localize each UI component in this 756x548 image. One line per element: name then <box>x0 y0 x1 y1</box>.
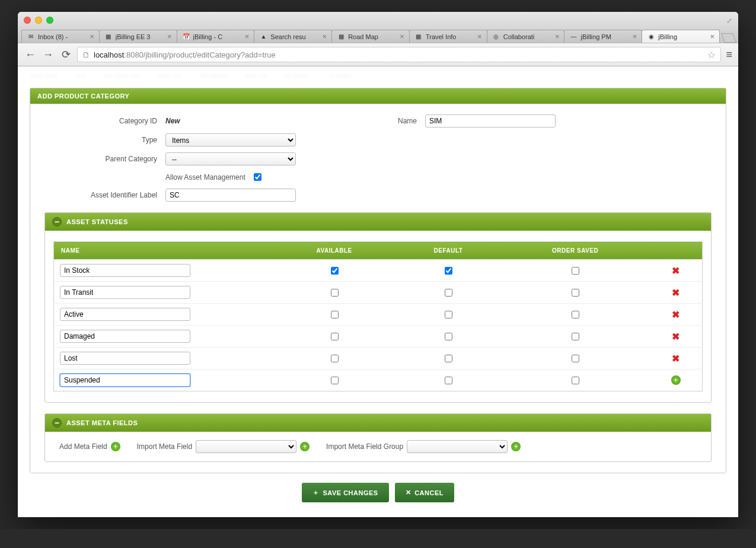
save-label: SAVE CHANGES <box>323 489 378 496</box>
add-status-button[interactable]: + <box>671 375 681 385</box>
status-default-checkbox[interactable] <box>445 333 452 340</box>
tab-close-icon[interactable]: × <box>633 32 637 41</box>
tab-favicon-icon: ▦ <box>104 33 113 41</box>
status-order-saved-checkbox[interactable] <box>572 289 579 297</box>
asset-meta-fields-panel: − ASSET META FIELDS Add Meta Field + Imp… <box>44 413 712 462</box>
tab-close-icon[interactable]: × <box>90 32 94 41</box>
asset-identifier-label: Asset Identifier Label <box>44 191 157 199</box>
status-available-checkbox[interactable] <box>331 377 339 384</box>
import-meta-field-group-button[interactable]: + <box>511 442 521 451</box>
breadcrumb: ------ --------------- ------- ---------… <box>30 66 726 83</box>
status-name-input[interactable] <box>60 330 190 343</box>
delete-status-button[interactable]: ✖ <box>672 353 680 364</box>
browser-tab[interactable]: ▦Travel Info× <box>409 30 487 43</box>
tab-title: Travel Info <box>426 33 474 40</box>
tab-title: Collaborati <box>503 33 552 40</box>
delete-status-button[interactable]: ✖ <box>672 266 680 276</box>
status-available-checkbox[interactable] <box>331 289 339 297</box>
status-order-saved-checkbox[interactable] <box>572 333 579 340</box>
tab-close-icon[interactable]: × <box>167 32 172 41</box>
status-default-checkbox[interactable] <box>445 355 452 362</box>
type-label: Type <box>44 136 157 144</box>
tab-close-icon[interactable]: × <box>555 32 560 41</box>
add-meta-field-button[interactable]: + <box>111 442 120 451</box>
tab-title: Search resu <box>270 33 319 40</box>
import-meta-field-select[interactable] <box>196 440 296 453</box>
status-order-saved-checkbox[interactable] <box>572 311 579 318</box>
url-bar[interactable]: 🗋 localhost:8080/jbilling/product/editCa… <box>77 47 721 62</box>
allow-asset-checkbox[interactable] <box>254 173 261 181</box>
bookmark-star-icon[interactable]: ☆ <box>707 49 716 60</box>
import-meta-field-group-select[interactable] <box>407 440 508 453</box>
tab-close-icon[interactable]: × <box>710 32 714 41</box>
status-default-checkbox[interactable] <box>445 311 452 318</box>
tab-close-icon[interactable]: × <box>400 32 404 41</box>
browser-tab[interactable]: —jBilling PM× <box>564 30 642 43</box>
delete-status-button[interactable]: ✖ <box>672 310 680 320</box>
save-changes-button[interactable]: ＋ SAVE CHANGES <box>302 483 389 502</box>
asset-identifier-input[interactable] <box>165 189 296 202</box>
browser-tab[interactable]: ▦jBilling EE 3× <box>99 30 177 43</box>
category-id-label: Category ID <box>44 117 157 125</box>
action-bar: ＋ SAVE CHANGES ✕ CANCEL <box>30 483 726 502</box>
new-tab-button[interactable] <box>721 33 736 43</box>
status-order-saved-checkbox[interactable] <box>572 377 579 384</box>
window-close-icon[interactable] <box>24 17 31 24</box>
window-minimize-icon[interactable] <box>35 17 42 24</box>
status-row: ✖ <box>54 260 703 282</box>
status-default-checkbox[interactable] <box>445 267 452 275</box>
tab-favicon-icon: 📅 <box>182 33 190 41</box>
page-icon: 🗋 <box>82 50 90 59</box>
status-row: ✖ <box>54 304 703 326</box>
browser-window: ⤢ ✉Inbox (8) -×▦jBilling EE 3×📅jBilling … <box>18 12 738 517</box>
reload-button[interactable]: ⟳ <box>59 48 72 61</box>
status-order-saved-checkbox[interactable] <box>572 267 579 275</box>
forward-button[interactable]: → <box>42 49 55 61</box>
collapse-icon[interactable]: − <box>52 418 62 428</box>
url-path: :8080/jbilling/product/editCategory?add=… <box>124 50 275 59</box>
tab-favicon-icon: ▦ <box>337 33 345 41</box>
status-default-checkbox[interactable] <box>445 289 452 297</box>
status-name-input[interactable] <box>60 264 190 277</box>
status-order-saved-checkbox[interactable] <box>572 355 579 362</box>
tab-close-icon[interactable]: × <box>323 32 327 41</box>
browser-tab[interactable]: 📅jBilling - C× <box>177 30 255 43</box>
window-fullscreen-icon[interactable]: ⤢ <box>726 17 732 25</box>
status-default-checkbox[interactable] <box>445 377 452 384</box>
tab-title: jBilling - C <box>193 33 242 40</box>
type-select[interactable]: Items <box>165 133 296 146</box>
tab-close-icon[interactable]: × <box>477 32 482 41</box>
delete-status-button[interactable]: ✖ <box>672 332 680 342</box>
browser-menu-button[interactable]: ≡ <box>726 49 732 61</box>
status-name-input[interactable] <box>60 352 190 365</box>
status-available-checkbox[interactable] <box>331 267 339 275</box>
status-name-input[interactable] <box>60 308 190 321</box>
status-available-checkbox[interactable] <box>331 355 339 362</box>
tab-title: Inbox (8) - <box>38 33 87 40</box>
tab-close-icon[interactable]: × <box>245 32 250 41</box>
delete-status-button[interactable]: ✖ <box>672 288 680 298</box>
status-name-input[interactable] <box>60 374 190 387</box>
import-meta-field-group-label: Import Meta Field Group <box>326 442 403 451</box>
collapse-icon[interactable]: − <box>52 217 62 227</box>
window-maximize-icon[interactable] <box>46 17 53 24</box>
cancel-button[interactable]: ✕ CANCEL <box>395 483 454 502</box>
browser-tab[interactable]: ✉Inbox (8) -× <box>21 30 100 43</box>
add-product-category-panel: ADD PRODUCT CATEGORY Category ID New Nam… <box>30 88 726 473</box>
panel-header: ADD PRODUCT CATEGORY <box>30 88 726 104</box>
tab-title: jBilling PM <box>580 33 629 40</box>
browser-tab[interactable]: ◉jBilling× <box>642 30 720 43</box>
back-button[interactable]: ← <box>24 49 37 61</box>
import-meta-field-button[interactable]: + <box>300 442 310 451</box>
browser-tab[interactable]: ◎Collaborati× <box>487 30 565 43</box>
status-available-checkbox[interactable] <box>331 333 339 340</box>
status-row: + <box>54 369 703 391</box>
browser-tab[interactable]: ▦Road Map× <box>331 30 410 43</box>
browser-tab[interactable]: ▲Search resu× <box>254 30 332 43</box>
parent-category-select[interactable]: -- <box>165 152 296 165</box>
tab-title: Road Map <box>348 33 397 40</box>
status-name-input[interactable] <box>60 286 190 299</box>
status-available-checkbox[interactable] <box>331 311 339 318</box>
name-input[interactable] <box>425 114 556 128</box>
parent-category-label: Parent Category <box>44 155 157 163</box>
